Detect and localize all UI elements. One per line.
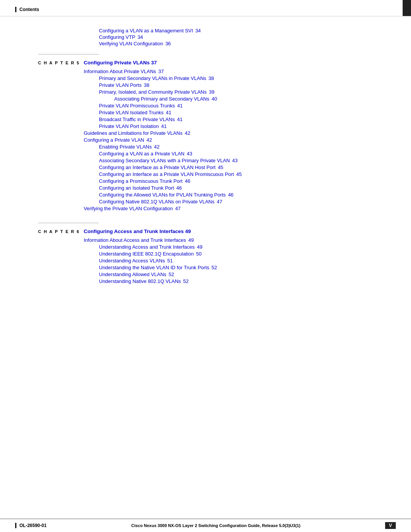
toc-entry-link[interactable]: Private VLAN Ports [99,82,142,88]
toc-row: Configuring an Interface as a Private VL… [23,165,388,170]
toc-row: Associating Primary and Secondary VLANs4… [23,96,388,102]
page-number: 40 [212,96,217,102]
page-number: 52 [212,265,217,270]
toc-entry-link[interactable]: Primary, Isolated, and Community Private… [99,89,207,95]
toc-entry-link[interactable]: Private VLAN Promiscuous Trunks [99,103,175,109]
page-number: 46 [228,192,233,198]
toc-entry-link[interactable]: Enabling Private VLANs [99,144,152,150]
toc-entry-link[interactable]: Understanding Access and Trunk Interface… [99,244,194,250]
toc-entry-link[interactable]: Guidelines and Limitations for Private V… [84,130,182,136]
toc-row: Private VLAN Port Isolation41 [23,123,388,129]
toc-entry-link[interactable]: Understanding IEEE 802.1Q Encapsulation [99,251,194,257]
footer-title: Cisco Nexus 3000 NX-OS Layer 2 Switching… [46,523,385,528]
toc-entry-link[interactable]: Private VLAN Port Isolation [99,123,159,129]
toc-entry-link[interactable]: Configuring the Allowed VLANs for PVLAN … [99,192,226,198]
toc-entry-link[interactable]: Information About Private VLANs [84,69,156,74]
toc-entry-link[interactable]: Broadcast Traffic in Private VLANs [99,117,175,122]
chapter-section-5: C H A P T E R 5Configuring Private VLANs… [23,54,388,211]
toc-row: Understanding IEEE 802.1Q Encapsulation5… [23,251,388,257]
toc-entry-link[interactable]: Understanding the Native VLAN ID for Tru… [99,265,209,270]
toc-entry-link[interactable]: Configuring a Promiscuous Trunk Port [99,178,183,184]
toc-entry: Configuring VTP34 [99,34,388,40]
contents-label: Contents [15,7,39,12]
toc-entry-link[interactable]: Associating Secondary VLANs with a Prima… [99,158,230,163]
toc-row: Private VLAN Promiscuous Trunks41 [23,103,388,109]
toc-entry-link[interactable]: Understanding Allowed VLANs [99,272,166,277]
chapter-header-row: C H A P T E R 5Configuring Private VLANs… [23,60,388,66]
toc-entry-link[interactable]: Configuring an Isolated Trunk Port [99,185,174,191]
page-number: 36 [165,41,170,46]
toc-link[interactable]: Configuring VTP [99,34,135,40]
page-number: 39 [209,89,214,95]
page-number: 42 [147,137,152,143]
toc-entry-link[interactable]: Configuring an Interface as a Private VL… [99,165,215,170]
toc-entry-link[interactable]: Configuring a VLAN as a Private VLAN [99,151,185,157]
chapter-divider [38,54,99,54]
page-header: Contents [0,0,411,16]
toc-entry-link[interactable]: Verifying the Private VLAN Configuration [84,206,173,211]
chapter-section-6: C H A P T E R 6Configuring Access and Tr… [23,223,388,284]
chapter-label: C H A P T E R 5 [23,61,84,65]
toc-row: Information About Private VLANs37 [23,69,388,74]
toc-row: Understanding the Native VLAN ID for Tru… [23,265,388,270]
toc-entry-link[interactable]: Configuring a Private VLAN [84,137,144,143]
header-decoration [403,0,411,16]
page-number: 45 [218,165,223,170]
page-number: 52 [183,278,188,284]
chapter-title-link[interactable]: Configuring Access and Trunk Interfaces … [84,228,191,234]
chapter-divider [38,223,99,223]
page-number: 46 [185,178,190,184]
page-number: 47 [175,206,180,211]
page-number: 37 [158,69,164,74]
toc-row: Configuring a Private VLAN42 [23,137,388,143]
toc-row: Associating Secondary VLANs with a Prima… [23,158,388,163]
page-number: 45 [236,171,242,177]
chapter-label: C H A P T E R 6 [23,229,84,234]
toc-link[interactable]: Verifying VLAN Configuration [99,41,163,46]
chapters-container: C H A P T E R 5Configuring Private VLANs… [23,54,388,284]
page-number: 38 [144,82,149,88]
toc-row: Configuring the Allowed VLANs for PVLAN … [23,192,388,198]
toc-entry-link[interactable]: Private VLAN Isolated Trunks [99,110,164,115]
toc-row: Guidelines and Limitations for Private V… [23,130,388,136]
toc-row: Configuring an Interface as a Private VL… [23,171,388,177]
main-content: Configuring a VLAN as a Management SVI34… [0,16,411,318]
page-number: 43 [232,158,237,163]
page-number: 43 [187,151,192,157]
toc-row: Understanding Allowed VLANs52 [23,272,388,277]
toc-row: Information About Access and Trunk Inter… [23,237,388,243]
page-number: 49 [188,237,194,243]
toc-row: Primary, Isolated, and Community Private… [23,89,388,95]
toc-row: Primary and Secondary VLANs in Private V… [23,75,388,81]
page-number: 46 [176,185,182,191]
footer-doc-number: OL-26590-01 [15,523,46,528]
toc-row: Understanding Access VLANs51 [23,258,388,264]
page-number: 34 [137,34,143,40]
page-number: 47 [217,199,222,204]
toc-entry-link[interactable]: Understanding Access VLANs [99,258,165,264]
toc-row: Configuring Native 802.1Q VLANs on Priva… [23,199,388,204]
page-number: 42 [154,144,159,150]
toc-entry-link[interactable]: Information About Access and Trunk Inter… [84,237,186,243]
toc-row: Understanding Access and Trunk Interface… [23,244,388,250]
page-number: 42 [185,130,190,136]
page-footer: OL-26590-01 Cisco Nexus 3000 NX-OS Layer… [0,519,411,532]
toc-entry-link[interactable]: Configuring Native 802.1Q VLANs on Priva… [99,199,215,204]
toc-entry-link[interactable]: Primary and Secondary VLANs in Private V… [99,75,206,81]
chapter-title-link[interactable]: Configuring Private VLANs 37 [84,60,157,66]
toc-entry-link[interactable]: Configuring an Interface as a Private VL… [99,171,234,177]
toc-row: Enabling Private VLANs42 [23,144,388,150]
chapter-header-row: C H A P T E R 6Configuring Access and Tr… [23,228,388,234]
toc-link[interactable]: Configuring a VLAN as a Management SVI [99,28,193,34]
page-number: 41 [177,117,182,122]
toc-entry-link[interactable]: Associating Primary and Secondary VLANs [114,96,209,102]
page-number: 34 [195,28,201,34]
toc-row: Configuring a Promiscuous Trunk Port46 [23,178,388,184]
top-links-section: Configuring a VLAN as a Management SVI34… [23,28,388,46]
toc-entry-link[interactable]: Understanding Native 802.1Q VLANs [99,278,181,284]
toc-row: Understanding Native 802.1Q VLANs52 [23,278,388,284]
toc-row: Configuring a VLAN as a Private VLAN43 [23,151,388,157]
page-number: 41 [177,103,182,109]
page-number: 49 [197,244,202,250]
toc-row: Private VLAN Ports38 [23,82,388,88]
